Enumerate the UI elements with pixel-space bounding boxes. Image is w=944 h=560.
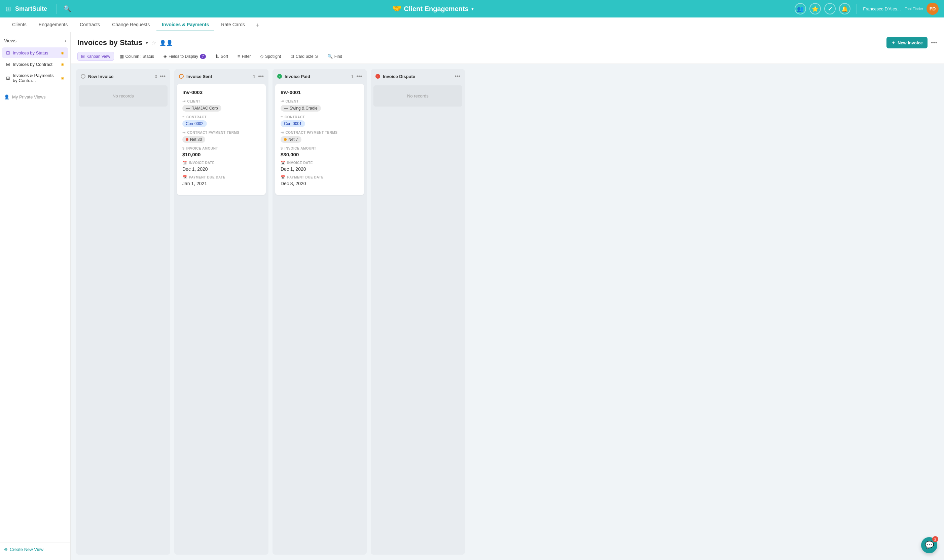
filter-label: Filter — [242, 54, 251, 59]
tab-contracts[interactable]: Contracts — [74, 18, 105, 31]
col-more-paid[interactable]: ••• — [356, 73, 362, 79]
kanban-column-dispute: ! Invoice Dispute ••• No records — [371, 69, 465, 555]
nav-divider — [57, 4, 57, 14]
column-header-new-invoice: New Invoice 0 ••• — [76, 69, 170, 83]
app-logo: SmartSuite — [15, 5, 47, 12]
card-size-btn[interactable]: ⊡ Card Size S — [287, 52, 322, 61]
column-status-btn[interactable]: ▦ Column : Status — [116, 52, 158, 61]
app-title-dropdown[interactable]: ▾ — [471, 6, 474, 11]
kanban-board: New Invoice 0 ••• No records Invoice Sen… — [71, 64, 944, 560]
app-icon: 🤝 — [392, 5, 401, 13]
sidebar-item-label: Invoices by Status — [13, 51, 58, 55]
tab-bar: Clients Engagements Contracts Change Req… — [0, 17, 944, 32]
status-dot-paid: ✓ — [277, 74, 282, 78]
card-field-client-1: ⇥ CLIENT — Swing & Cradle — [281, 99, 359, 112]
content-title-left: Invoices by Status ▾ ☆ 👤👤 — [77, 38, 173, 47]
top-nav: ⊞ SmartSuite 🔍 🤝 Client Engagements ▾ 👥 … — [0, 0, 944, 17]
kanban-column-paid: ✓ Invoice Paid 1 ••• Inv-0001 ⇥ CLIENT — [273, 69, 367, 555]
card-size-value: S — [315, 54, 318, 59]
sidebar-title: Views — [4, 38, 17, 43]
find-icon: 🔍 — [327, 54, 333, 59]
client-badge-1: — Swing & Cradle — [281, 105, 321, 112]
grid-icon-3: ⊞ — [6, 75, 10, 81]
link-icon: ⇥ — [182, 99, 186, 103]
kanban-view-btn[interactable]: ⊞ Kanban View — [77, 52, 114, 61]
column-status-label: Column : Status — [125, 54, 154, 59]
tab-invoices-payments[interactable]: Invoices & Payments — [156, 18, 214, 31]
tab-change-requests[interactable]: Change Requests — [106, 18, 155, 31]
fields-to-display-btn[interactable]: ◈ Fields to Display 7 — [160, 52, 210, 61]
date-icon: 📅 — [182, 161, 187, 165]
chat-bubble[interactable]: 💬 2 — [921, 537, 937, 553]
search-icon[interactable]: 🔍 — [63, 5, 71, 12]
contract-label-1: CONTRACT — [285, 115, 305, 119]
client-dash-1: — — [284, 106, 288, 111]
user-area[interactable]: Francesco D'Ales... Tool Finder — [863, 6, 923, 11]
spotlight-label: Spotlight — [265, 54, 281, 59]
invoice-card-inv-0003[interactable]: Inv-0003 ⇥ CLIENT — RAMJAC Corp — [177, 84, 266, 195]
terms-dot-1 — [284, 138, 287, 141]
amount-icon: $ — [182, 146, 185, 150]
col-more-new[interactable]: ••• — [160, 73, 165, 79]
find-btn[interactable]: 🔍 Find — [324, 52, 346, 61]
title-share-icon[interactable]: 👤👤 — [159, 40, 173, 46]
star-icon-btn[interactable]: ⭐ — [810, 3, 821, 14]
col-body-new: No records — [76, 83, 170, 555]
sidebar-item-invoices-payments-contract[interactable]: ⊞ Invoices & Payments by Contra… ◉ — [2, 70, 68, 86]
fields-badge: 7 — [200, 54, 206, 59]
person-icon: 👤 — [4, 94, 9, 100]
invoice-date-label: INVOICE DATE — [189, 161, 214, 165]
bell-icon-btn[interactable]: 🔔 — [839, 3, 850, 14]
sidebar-divider — [0, 89, 70, 89]
tab-clients[interactable]: Clients — [7, 18, 32, 31]
check-icon-btn[interactable]: ✔ — [824, 3, 836, 14]
title-dropdown-icon[interactable]: ▾ — [146, 40, 148, 45]
amount-label-1: INVOICE AMOUNT — [285, 146, 316, 150]
sidebar-item-label-1: Invoices by Contract — [13, 62, 58, 67]
rss-icon-0: ◉ — [61, 51, 64, 55]
kanban-column-new-invoice: New Invoice 0 ••• No records — [76, 69, 170, 555]
invoice-date-label-1: INVOICE DATE — [287, 161, 313, 165]
sidebar-item-invoices-contract[interactable]: ⊞ Invoices by Contract ◉ — [2, 59, 68, 69]
tab-engagements[interactable]: Engagements — [33, 18, 73, 31]
user-avatar[interactable]: FD — [927, 3, 939, 15]
more-options-btn[interactable]: ••• — [931, 39, 937, 46]
terms-icon: ⇥ — [182, 131, 186, 135]
contract-icon: ≡ — [182, 115, 185, 119]
card-field-contract: ≡ CONTRACT Con-0002 — [182, 115, 261, 127]
card-field-invoice-date: 📅 INVOICE DATE Dec 1, 2020 — [182, 161, 261, 172]
nav-divider-2 — [856, 4, 857, 14]
terms-badge: Net 30 — [182, 136, 205, 143]
spotlight-btn[interactable]: ◇ Spotlight — [256, 52, 285, 61]
col-more-sent[interactable]: ••• — [258, 73, 264, 79]
filter-btn[interactable]: ≡ Filter — [234, 52, 255, 61]
create-view-btn[interactable]: ⊕ Create New View — [4, 547, 66, 552]
new-invoice-button[interactable]: ＋ New Invoice — [887, 37, 927, 48]
col-more-dispute[interactable]: ••• — [455, 73, 460, 79]
card-size-icon: ⊡ — [290, 54, 294, 59]
private-views-section[interactable]: 👤 My Private Views — [0, 92, 70, 102]
card-id-inv-0001: Inv-0001 — [281, 89, 359, 95]
team-icon-btn[interactable]: 👥 — [794, 3, 806, 14]
no-records-new: No records — [79, 85, 168, 106]
sidebar-collapse-btn[interactable]: ‹ — [65, 38, 66, 44]
tab-rate-cards[interactable]: Rate Cards — [216, 18, 250, 31]
sidebar-item-invoices-status[interactable]: ⊞ Invoices by Status ◉ — [2, 48, 68, 58]
filter-icon: ≡ — [238, 54, 240, 59]
kanban-column-sent: Invoice Sent 1 ••• Inv-0003 ⇥ CLIENT — [174, 69, 268, 555]
kanban-view-icon: ⊞ — [81, 54, 85, 59]
sort-btn[interactable]: ⇅ Sort — [211, 52, 232, 61]
col-count-paid: 1 — [351, 74, 353, 79]
due-date-label: PAYMENT DUE DATE — [189, 175, 225, 179]
contract-badge: Con-0002 — [182, 120, 207, 127]
col-body-sent: Inv-0003 ⇥ CLIENT — RAMJAC Corp — [174, 83, 268, 555]
content-area: Invoices by Status ▾ ☆ 👤👤 ＋ New Invoice … — [71, 32, 944, 560]
title-star-icon[interactable]: ☆ — [151, 40, 156, 46]
rss-icon-1: ◉ — [61, 62, 64, 66]
client-label: CLIENT — [187, 100, 201, 103]
grid-icon[interactable]: ⊞ — [5, 5, 11, 13]
spotlight-icon: ◇ — [260, 54, 264, 59]
invoice-card-inv-0001[interactable]: Inv-0001 ⇥ CLIENT — Swing & Cradle — [275, 84, 364, 195]
rss-icon-2: ◉ — [61, 76, 64, 80]
tab-add-icon[interactable]: ＋ — [251, 18, 263, 32]
